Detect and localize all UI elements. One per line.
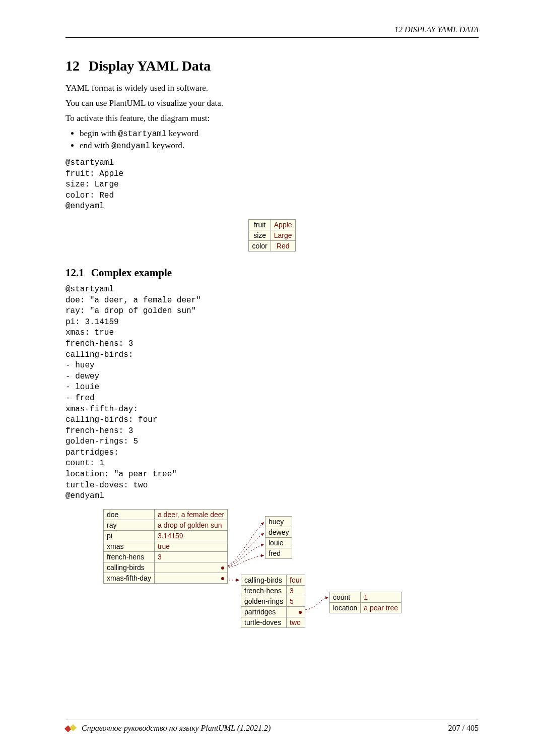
subsection-title-text: Complex example <box>91 267 172 279</box>
cell-val: 3 <box>154 551 227 562</box>
cell-key: size <box>249 230 271 240</box>
table-row: dewey <box>265 527 292 537</box>
table-row: turtle-dovestwo <box>241 617 305 627</box>
table-row: xmastrue <box>104 541 228 551</box>
cell-key: ray <box>104 520 155 530</box>
bullet-1-code: @startyaml <box>118 130 167 139</box>
section-heading: 12Display YAML Data <box>65 58 479 74</box>
cell-key: turtle-doves <box>241 617 287 627</box>
code-block-2: @startyaml doe: "a deer, a female deer" … <box>65 284 479 502</box>
cell-val: dewey <box>265 527 292 537</box>
cell-key: location <box>330 602 361 613</box>
cell-key: doe <box>104 509 155 520</box>
intro-p3: To activate this feature, the diagram mu… <box>65 113 479 123</box>
table-row: fruitApple <box>249 219 295 230</box>
cell-node <box>287 606 305 617</box>
running-header: 12 DISPLAY YAML DATA <box>65 25 479 34</box>
table-row: fred <box>265 548 292 558</box>
intro-p2: You can use PlantUML to visualize your d… <box>65 98 479 108</box>
plantuml-logo-icon <box>65 723 79 733</box>
node-dot-icon <box>299 611 302 614</box>
bullet-1-post: keyword <box>167 129 199 138</box>
footer-page-number: 207 / 405 <box>448 724 479 733</box>
cell-val: 3 <box>287 585 305 596</box>
node-dot-icon <box>221 566 224 570</box>
bullet-1: begin with @startyaml keyword <box>80 129 479 139</box>
section-number: 12 <box>65 58 80 74</box>
cell-key: xmas <box>104 541 155 551</box>
table-row: xmas-fifth-day <box>104 573 228 583</box>
cell-val: 3.14159 <box>154 530 227 541</box>
yaml-table-partridges: count1 locationa pear tree <box>329 592 402 613</box>
table-row: louie <box>265 537 292 548</box>
table-row: huey <box>265 516 292 527</box>
table-row: sizeLarge <box>249 230 295 240</box>
code-block-1: @startyaml fruit: Apple size: Large colo… <box>65 158 479 212</box>
cell-node <box>154 573 227 583</box>
cell-val: a deer, a female deer <box>154 509 227 520</box>
table-row: calling-birds <box>104 562 228 573</box>
cell-key: xmas-fifth-day <box>104 573 155 583</box>
yaml-table-fifth: calling-birdsfour french-hens3 golden-ri… <box>241 575 305 628</box>
diagram-1: fruitApple sizeLarge colorRed <box>65 219 479 251</box>
table-row: locationa pear tree <box>330 602 402 613</box>
subsection-heading: 12.1Complex example <box>65 267 479 279</box>
footer-title: Справочное руководство по языку PlantUML… <box>82 724 448 733</box>
bullet-1-pre: begin with <box>80 129 118 138</box>
node-dot-icon <box>221 577 224 580</box>
table-row: french-hens3 <box>241 585 305 596</box>
table-row: doea deer, a female deer <box>104 509 228 520</box>
cell-key: french-hens <box>241 585 287 596</box>
header-rule <box>65 37 479 38</box>
bullet-2: end with @endyaml keyword. <box>80 141 479 151</box>
cell-val: true <box>154 541 227 551</box>
yaml-table-simple: fruitApple sizeLarge colorRed <box>248 219 295 251</box>
bullet-2-code: @endyaml <box>111 142 150 151</box>
table-row: pi3.14159 <box>104 530 228 541</box>
cell-val: two <box>287 617 305 627</box>
cell-val: Apple <box>271 219 295 230</box>
table-row: calling-birdsfour <box>241 575 305 585</box>
bullet-2-post: keyword. <box>150 141 184 150</box>
table-row: colorRed <box>249 240 295 251</box>
cell-val: fred <box>265 548 292 558</box>
cell-val: a pear tree <box>361 602 402 613</box>
cell-val: four <box>287 575 305 585</box>
cell-key: pi <box>104 530 155 541</box>
cell-key: color <box>249 240 271 251</box>
table-row: golden-rings5 <box>241 596 305 606</box>
page: 12 DISPLAY YAML DATA 12Display YAML Data… <box>0 0 534 756</box>
cell-val: huey <box>265 516 292 527</box>
subsection-number: 12.1 <box>65 267 84 279</box>
cell-val: Red <box>271 240 295 251</box>
page-footer: Справочное руководство по языку PlantUML… <box>65 720 479 733</box>
cell-key: calling-birds <box>241 575 287 585</box>
table-row: count1 <box>330 592 402 602</box>
cell-val: a drop of golden sun <box>154 520 227 530</box>
cell-key: french-hens <box>104 551 155 562</box>
bullet-2-pre: end with <box>80 141 111 150</box>
yaml-table-root: doea deer, a female deer raya drop of go… <box>103 509 228 584</box>
cell-val: louie <box>265 537 292 548</box>
cell-val: Large <box>271 230 295 240</box>
table-row: raya drop of golden sun <box>104 520 228 530</box>
table-row: partridges <box>241 606 305 617</box>
diagram-2: doea deer, a female deer raya drop of go… <box>65 509 479 640</box>
cell-key: count <box>330 592 361 602</box>
cell-node <box>154 562 227 573</box>
section-title-text: Display YAML Data <box>89 58 211 74</box>
intro-p1: YAML format is widely used in software. <box>65 83 479 93</box>
cell-val: 5 <box>287 596 305 606</box>
yaml-table-birds: huey dewey louie fred <box>265 516 292 559</box>
cell-key: fruit <box>249 219 271 230</box>
table-row: french-hens3 <box>104 551 228 562</box>
cell-key: golden-rings <box>241 596 287 606</box>
cell-key: partridges <box>241 606 287 617</box>
cell-val: 1 <box>361 592 402 602</box>
intro-bullets: begin with @startyaml keyword end with @… <box>80 129 479 151</box>
cell-key: calling-birds <box>104 562 155 573</box>
